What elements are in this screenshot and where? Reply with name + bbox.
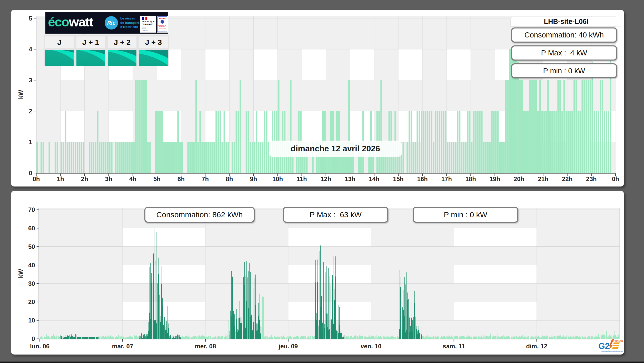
svg-text:21h: 21h [538, 175, 548, 182]
svg-text:10: 10 [28, 317, 35, 324]
svg-text:6h: 6h [177, 175, 185, 182]
svg-text:70: 70 [28, 206, 35, 213]
svg-text:9h: 9h [250, 175, 257, 182]
svg-text:kW: kW [17, 269, 24, 278]
svg-text:2: 2 [29, 108, 32, 115]
svg-text:4: 4 [29, 46, 32, 53]
svg-text:7h: 7h [202, 175, 209, 182]
svg-text:14h: 14h [369, 175, 379, 182]
svg-text:kW: kW [17, 90, 24, 99]
svg-text:15h: 15h [393, 175, 403, 182]
svg-text:30: 30 [28, 280, 35, 287]
svg-text:11h: 11h [297, 175, 307, 182]
svg-text:23h: 23h [586, 175, 597, 182]
svg-text:10h: 10h [272, 175, 283, 182]
svg-text:19h: 19h [490, 175, 500, 182]
svg-text:mar. 07: mar. 07 [112, 343, 133, 350]
svg-text:13h: 13h [345, 175, 355, 182]
svg-text:12h: 12h [321, 175, 331, 182]
svg-text:0: 0 [29, 170, 32, 176]
svg-text:dim. 12: dim. 12 [526, 343, 547, 350]
svg-text:0: 0 [32, 335, 35, 342]
svg-text:1: 1 [29, 139, 32, 145]
svg-text:FRANCE: FRANCE [613, 339, 623, 342]
svg-text:8h: 8h [226, 175, 233, 182]
svg-text:jeu. 09: jeu. 09 [278, 343, 298, 350]
svg-text:60: 60 [28, 225, 35, 232]
svg-text:5: 5 [29, 15, 32, 22]
svg-text:2h: 2h [81, 175, 88, 182]
svg-text:20: 20 [28, 298, 35, 305]
svg-text:Optimisation des ressources én: Optimisation des ressources énergétiques [601, 350, 623, 352]
svg-text:3h: 3h [105, 175, 112, 182]
svg-text:18h: 18h [465, 175, 476, 182]
svg-text:mer. 08: mer. 08 [195, 343, 216, 350]
svg-text:20h: 20h [514, 175, 524, 182]
svg-text:G2: G2 [598, 341, 610, 351]
svg-text:sam. 11: sam. 11 [443, 343, 465, 350]
svg-text:1h: 1h [57, 175, 64, 182]
svg-text:50: 50 [28, 243, 35, 250]
svg-text:5h: 5h [153, 175, 161, 182]
svg-text:ven. 10: ven. 10 [361, 343, 381, 350]
svg-text:3: 3 [29, 77, 32, 84]
svg-text:17h: 17h [441, 175, 452, 182]
svg-text:0h: 0h [612, 175, 619, 182]
svg-text:22h: 22h [562, 175, 572, 182]
svg-text:40: 40 [28, 262, 35, 269]
svg-text:4h: 4h [129, 175, 136, 182]
svg-text:0h: 0h [33, 175, 40, 182]
svg-text:lun. 06: lun. 06 [30, 343, 49, 350]
svg-text:16h: 16h [417, 175, 428, 182]
